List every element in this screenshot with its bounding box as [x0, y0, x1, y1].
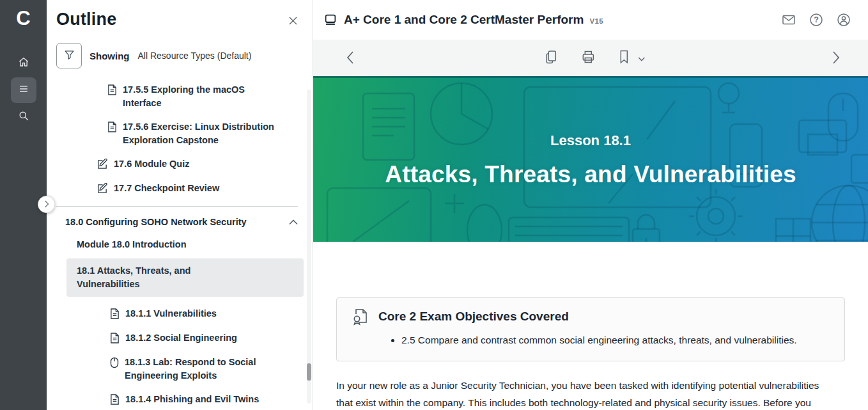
app-header: A+ Core 1 and Core 2 CertMaster Perform … [313, 0, 868, 40]
outline-item-17-7[interactable]: 17.7 Checkpoint Review [47, 182, 313, 196]
lesson-body: Core 2 Exam Objectives Covered 2.5 Compa… [313, 242, 868, 410]
outline-item-label: 17.6 Module Quiz [114, 157, 189, 171]
course-title: A+ Core 1 and Core 2 CertMaster Perform [344, 13, 584, 27]
home-icon [17, 56, 30, 71]
objective-item: 2.5 Compare and contrast common social e… [401, 333, 829, 347]
outline-item-label: 18.1.4 Phishing and Evil Twins [125, 393, 259, 406]
outline-tree: 17.5.5 Exploring the macOS Interface 17.… [47, 68, 313, 407]
document-icon [110, 333, 120, 345]
main-area: A+ Core 1 and Core 2 CertMaster Perform … [313, 0, 868, 410]
outline-item-17-6[interactable]: 17.6 Module Quiz [47, 157, 313, 171]
chevron-right-icon [832, 51, 840, 67]
search-icon [17, 109, 30, 125]
help-icon[interactable]: ? [809, 12, 824, 28]
previous-page-button[interactable] [346, 51, 354, 67]
chevron-down-icon [638, 52, 645, 64]
document-icon [107, 122, 117, 134]
resource-filter-row: Showing All Resource Types (Default) [56, 43, 313, 68]
filter-current-value: All Resource Types (Default) [138, 51, 252, 61]
exam-objectives-box: Core 2 Exam Objectives Covered 2.5 Compa… [336, 297, 845, 361]
svg-text:?: ? [814, 15, 819, 24]
outline-item-label: 18.1.2 Social Engineering [125, 331, 237, 345]
mail-icon[interactable] [781, 12, 796, 28]
document-icon [110, 394, 120, 407]
outline-scrollbar-thumb[interactable] [307, 363, 311, 381]
outline-section-divider [56, 206, 298, 207]
bookmark-icon [618, 49, 630, 67]
outline-item-label: 18.1 Attacks, Threats, and Vulnerabiliti… [77, 264, 238, 291]
outline-item-label: Module 18.0 Introduction [77, 238, 187, 251]
search-button[interactable] [11, 104, 36, 130]
lesson-title: Attacks, Threats, and Vulnerabilities [385, 161, 796, 188]
outline-item-18-1-1[interactable]: 18.1.1 Vulnerabilities [47, 307, 313, 321]
chevron-left-icon [346, 51, 354, 67]
document-icon [107, 84, 117, 97]
chevron-right-icon [44, 199, 49, 210]
outline-section-label: 18.0 Configuring SOHO Network Security [65, 217, 247, 227]
lesson-toolbar [313, 40, 868, 76]
outline-item-label: 17.7 Checkpoint Review [114, 182, 219, 195]
filter-funnel-icon [63, 49, 75, 63]
outline-item-18-1-3[interactable]: 18.1.3 Lab: Respond to Social Engineerin… [47, 356, 313, 382]
copy-icon [544, 49, 558, 67]
filter-button[interactable] [56, 43, 82, 68]
quiz-edit-icon [97, 183, 108, 196]
intro-paragraph: In your new role as a Junior Security Te… [336, 377, 845, 410]
outline-section-18-0[interactable]: 18.0 Configuring SOHO Network Security [47, 217, 313, 227]
print-icon [580, 49, 596, 67]
account-icon[interactable] [836, 12, 851, 28]
outline-item-label: 18.1.3 Lab: Respond to Social Engineerin… [125, 356, 286, 382]
course-device-icon [323, 13, 337, 27]
app: C Outline [0, 0, 868, 410]
outline-panel: Outline Showing All Resource Types (Defa… [47, 0, 313, 410]
outline-scrollbar-track[interactable] [307, 90, 311, 404]
bookmark-dropdown-button[interactable] [638, 52, 645, 64]
outline-item-module-18-0[interactable]: Module 18.0 Introduction [47, 238, 313, 251]
outline-item-label: 17.5.6 Exercise: Linux Distribution Expl… [123, 120, 284, 147]
outline-menu-icon [17, 83, 30, 98]
brand-logo: C [16, 6, 30, 31]
outline-item-17-5-5[interactable]: 17.5.5 Exploring the macOS Interface [47, 83, 313, 110]
next-page-button[interactable] [832, 51, 840, 67]
outline-item-label: 17.5.5 Exploring the macOS Interface [123, 83, 284, 110]
panel-collapse-toggle[interactable] [38, 196, 55, 213]
quiz-edit-icon [97, 159, 108, 171]
close-icon [287, 18, 299, 29]
outline-item-label: 18.1.1 Vulnerabilities [125, 307, 217, 320]
chevron-up-icon[interactable] [289, 217, 298, 227]
document-icon [110, 308, 120, 321]
outline-item-18-1-4[interactable]: 18.1.4 Phishing and Evil Twins [47, 393, 313, 407]
lesson-number: Lesson 18.1 [550, 132, 631, 149]
lesson-hero-banner: Lesson 18.1 Attacks, Threats, and Vulner… [313, 76, 868, 242]
home-button[interactable] [11, 51, 36, 76]
outline-menu-button[interactable] [11, 77, 36, 103]
lesson-content: Lesson 18.1 Attacks, Threats, and Vulner… [313, 76, 868, 410]
filter-showing-label: Showing [89, 51, 130, 61]
objectives-title: Core 2 Exam Objectives Covered [378, 310, 569, 324]
outline-panel-title: Outline [56, 10, 116, 29]
hero-pattern [313, 78, 868, 242]
course-version-badge: V15 [589, 17, 603, 25]
copy-button[interactable] [544, 49, 558, 67]
bookmark-button[interactable] [618, 49, 630, 67]
outline-item-18-1-2[interactable]: 18.1.2 Social Engineering [47, 331, 313, 345]
certificate-page-icon [352, 308, 369, 326]
outline-item-18-1-selected[interactable]: 18.1 Attacks, Threats, and Vulnerabiliti… [66, 258, 304, 297]
lab-mouse-icon [110, 357, 119, 370]
print-button[interactable] [580, 49, 596, 67]
close-outline-button[interactable] [287, 15, 299, 29]
outline-item-17-5-6[interactable]: 17.5.6 Exercise: Linux Distribution Expl… [47, 120, 313, 147]
